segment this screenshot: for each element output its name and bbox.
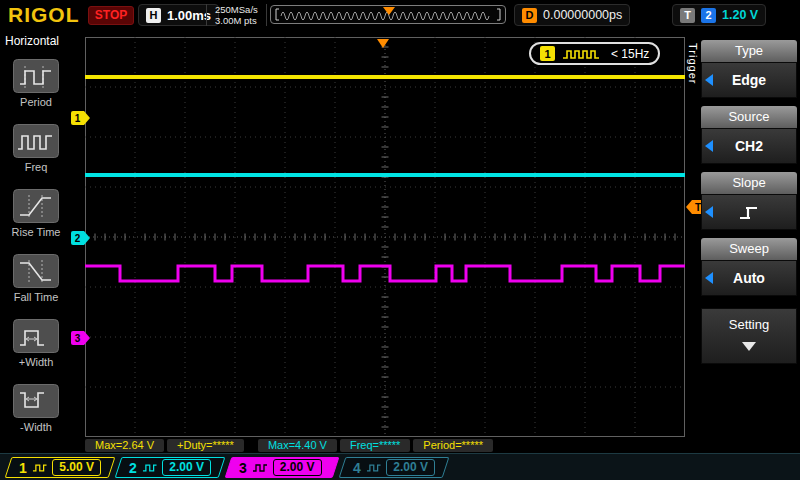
channel-scale: 2.00 V xyxy=(273,459,322,476)
marker-label: 2 xyxy=(75,233,81,244)
brand-logo: RIGOL xyxy=(8,3,80,27)
sweep-value: Auto xyxy=(733,270,765,286)
measurement-max-ch2[interactable]: Max=4.40 V xyxy=(258,439,337,452)
horizontal-position-strip xyxy=(270,5,506,24)
sidebar-item-label: Period xyxy=(0,96,72,108)
channel1-badge: 1 xyxy=(540,46,555,61)
rising-edge-icon xyxy=(734,199,764,225)
setting-button[interactable]: Setting xyxy=(701,308,797,364)
timebase-value: 1.00ms xyxy=(167,8,211,23)
square-wave-icon xyxy=(32,463,48,473)
trigger-level-value: 1.20 V xyxy=(722,8,758,22)
measurement-max-ch1[interactable]: Max=2.64 V xyxy=(85,439,164,452)
sidebar-item-rise-time[interactable]: Rise Time xyxy=(0,189,72,238)
channel3-position-marker[interactable]: 3 xyxy=(71,331,90,345)
sweep-header: Sweep xyxy=(701,238,797,260)
channel-scale: 2.00 V xyxy=(386,459,435,476)
pulse-train-icon xyxy=(561,47,605,61)
sidebar-item-freq[interactable]: Freq xyxy=(0,124,72,173)
acquisition-info: 250MSa/s 3.00M pts xyxy=(206,4,267,26)
period-icon xyxy=(13,59,59,93)
square-wave-icon xyxy=(252,463,268,473)
trigger-source-section: Source CH2 xyxy=(701,106,797,164)
sidebar-item-label: +Width xyxy=(0,356,72,368)
channel-number: 4 xyxy=(353,460,361,476)
sidebar-item-label: Fall Time xyxy=(0,291,72,303)
marker-label: 1 xyxy=(75,113,81,124)
down-arrow-icon xyxy=(742,342,756,351)
measurement-bar: Max=2.64 V +Duty=***** Max=4.40 V Freq=*… xyxy=(85,439,687,452)
measurement-freq-ch2[interactable]: Freq=***** xyxy=(340,439,410,452)
channel-number: 2 xyxy=(129,460,137,476)
freq-icon xyxy=(13,124,59,158)
slope-value-button[interactable] xyxy=(701,194,797,230)
graticule-display xyxy=(85,37,685,437)
delay-badge: D xyxy=(522,8,537,23)
trigger-source-badge: 2 xyxy=(701,8,716,23)
source-header: Source xyxy=(701,106,797,128)
memory-depth: 3.00M pts xyxy=(215,15,258,26)
channel3-status[interactable]: 3 2.00 V xyxy=(225,457,340,478)
plus-width-icon xyxy=(13,319,59,353)
blue-left-arrow-icon xyxy=(705,140,713,152)
source-value-button[interactable]: CH2 xyxy=(701,128,797,164)
minus-width-icon xyxy=(13,384,59,418)
sidebar-item-minus-width[interactable]: -Width xyxy=(0,384,72,433)
trigger-menu-tab: Trigger xyxy=(687,43,699,84)
blue-left-arrow-icon xyxy=(705,206,713,218)
channel-scale: 2.00 V xyxy=(162,459,211,476)
setting-label: Setting xyxy=(702,317,796,332)
square-wave-icon xyxy=(366,463,382,473)
horizontal-badge: H xyxy=(146,8,161,23)
trigger-badge: T xyxy=(680,8,695,23)
sample-rate: 250MSa/s xyxy=(215,4,258,15)
measurement-period-ch1[interactable]: Period=***** xyxy=(413,439,493,452)
top-status-bar: RIGOL STOP H 1.00ms 250MSa/s 3.00M pts D… xyxy=(0,0,800,30)
measurement-duty-ch1[interactable]: +Duty=***** xyxy=(167,439,244,452)
channel2-status[interactable]: 2 2.00 V xyxy=(115,457,226,478)
trigger-slope-section: Slope xyxy=(701,172,797,230)
sweep-value-button[interactable]: Auto xyxy=(701,260,797,296)
sidebar-item-period[interactable]: Period xyxy=(0,59,72,108)
channel-number: 1 xyxy=(19,460,27,476)
type-header: Type xyxy=(701,40,797,62)
fall-time-icon xyxy=(13,254,59,288)
trigger-status-group: T 2 1.20 V xyxy=(672,4,766,26)
square-wave-icon xyxy=(142,463,158,473)
waveform-overview-icon xyxy=(271,6,505,23)
channel4-status[interactable]: 4 2.00 V xyxy=(339,457,450,478)
channel-status-bar: 1 5.00 V 2 2.00 V 3 2.00 V 4 2.00 V xyxy=(0,453,800,480)
delay-group: D 0.00000000ps xyxy=(514,4,630,26)
blue-left-arrow-icon xyxy=(705,272,713,284)
sidebar-item-label: Freq xyxy=(0,161,72,173)
blue-left-arrow-icon xyxy=(705,74,713,86)
trigger-sweep-section: Sweep Auto xyxy=(701,238,797,296)
frequency-counter-badge: 1 < 15Hz xyxy=(529,42,660,65)
run-state-indicator: STOP xyxy=(88,6,134,25)
sidebar-item-fall-time[interactable]: Fall Time xyxy=(0,254,72,303)
type-value: Edge xyxy=(732,72,766,88)
counter-frequency: < 15Hz xyxy=(611,47,649,61)
channel2-position-marker[interactable]: 2 xyxy=(71,231,90,245)
channel-scale: 5.00 V xyxy=(52,459,101,476)
delay-value: 0.00000000ps xyxy=(543,8,622,22)
trigger-type-section: Type Edge xyxy=(701,40,797,98)
right-arrow-icon xyxy=(84,231,90,245)
right-arrow-icon xyxy=(84,111,90,125)
channel-number: 3 xyxy=(239,460,247,476)
sidebar-item-label: -Width xyxy=(0,421,72,433)
sidebar-item-label: Rise Time xyxy=(0,226,72,238)
channel1-position-marker[interactable]: 1 xyxy=(71,111,90,125)
channel1-status[interactable]: 1 5.00 V xyxy=(5,457,116,478)
type-value-button[interactable]: Edge xyxy=(701,62,797,98)
source-value: CH2 xyxy=(735,138,763,154)
rise-time-icon xyxy=(13,189,59,223)
slope-header: Slope xyxy=(701,172,797,194)
sidebar-title: Horizontal xyxy=(5,34,59,48)
sidebar-item-plus-width[interactable]: +Width xyxy=(0,319,72,368)
right-arrow-icon xyxy=(84,331,90,345)
marker-label: 3 xyxy=(75,333,81,344)
